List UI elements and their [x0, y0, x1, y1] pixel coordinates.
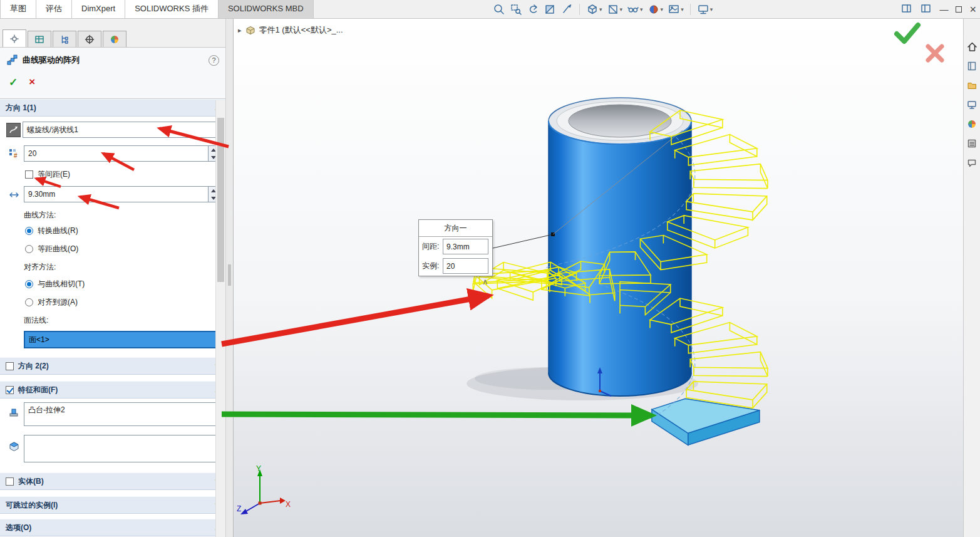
- section-features-faces[interactable]: 特征和面(F) ∧: [0, 381, 225, 399]
- tab-solidworks-addins[interactable]: SOLIDWORKS 插件: [125, 0, 219, 18]
- ok-button[interactable]: ✓: [9, 76, 18, 89]
- section-direction1-label: 方向 1(1): [6, 103, 36, 113]
- propertymanager-tab[interactable]: [3, 29, 26, 47]
- callout-instances-label: 实例:: [419, 261, 442, 271]
- instance-count-field[interactable]: 20: [24, 145, 209, 162]
- close-button[interactable]: ×: [969, 1, 976, 18]
- direction-curve-field[interactable]: 螺旋线/涡状线1: [23, 122, 219, 138]
- transform-curve-label: 转换曲线(R): [38, 226, 78, 236]
- apply-scene-icon[interactable]: ▾: [667, 2, 684, 17]
- view-palette-icon[interactable]: [966, 98, 978, 111]
- faces-listbox[interactable]: [24, 435, 219, 462]
- equal-spacing-label: 等间距(E): [38, 169, 70, 180]
- section-direction2[interactable]: 方向 2(2) ∨: [0, 357, 225, 375]
- callout-collapse-icon[interactable]: ∧: [482, 277, 488, 286]
- appearances-scenes-icon[interactable]: [966, 118, 978, 130]
- pane-right-icon[interactable]: [920, 3, 932, 16]
- tab-solidworks-mbd[interactable]: SOLIDWORKS MBD: [219, 0, 314, 18]
- panel-splitter[interactable]: [225, 19, 234, 537]
- bodies-checkbox[interactable]: [6, 477, 14, 486]
- callout-instances-value[interactable]: 20: [443, 258, 488, 274]
- maximize-button[interactable]: [956, 1, 962, 18]
- callout-title: 方向一: [419, 220, 492, 237]
- tab-sketch[interactable]: 草图: [0, 0, 36, 18]
- section-bodies[interactable]: 实体(B) ∨: [0, 472, 225, 490]
- flyout-tree-arrow-icon[interactable]: ▸: [238, 26, 242, 34]
- section-features-faces-label: 特征和面(F): [18, 385, 58, 395]
- section-view-icon[interactable]: [543, 2, 557, 17]
- feature-item[interactable]: 凸台-拉伸2: [28, 405, 215, 415]
- triad-z-label: Z: [237, 504, 241, 513]
- forum-icon[interactable]: [966, 157, 978, 169]
- splitter-grip[interactable]: [228, 264, 231, 286]
- scrollbar-thumb[interactable]: [217, 118, 224, 282]
- callout-spacing-value[interactable]: 9.3mm: [443, 239, 488, 254]
- breadcrumb-label: 零件1 (默认<<默认>_...: [259, 24, 343, 36]
- featuremanager-tab[interactable]: [28, 31, 51, 47]
- pattern-direction-button[interactable]: [6, 123, 21, 137]
- minimize-button[interactable]: —: [939, 1, 948, 18]
- configurationmanager-tab[interactable]: [53, 31, 76, 47]
- offset-curve-radio[interactable]: [25, 245, 33, 253]
- edit-appearance-icon[interactable]: ▾: [647, 2, 664, 17]
- features-to-pattern-icon: [6, 407, 21, 418]
- svg-text:#: #: [14, 152, 18, 159]
- restore-icon: [956, 6, 962, 13]
- seed-feature-step[interactable]: [652, 399, 760, 445]
- section-options[interactable]: 选项(O) ∧: [0, 519, 225, 536]
- equal-spacing-checkbox[interactable]: [25, 170, 33, 179]
- dropdown-caret-icon: ▾: [640, 6, 643, 13]
- transform-curve-radio[interactable]: [25, 227, 33, 235]
- tab-dimxpert[interactable]: DimXpert: [72, 0, 125, 18]
- view-settings-icon[interactable]: ▾: [696, 2, 714, 17]
- home-icon[interactable]: [966, 40, 978, 53]
- face-normal-field[interactable]: 面<1>: [24, 331, 219, 348]
- pattern-callout[interactable]: 方向一 间距: 9.3mm 实例: 20: [418, 219, 493, 276]
- section-direction1[interactable]: 方向 1(1) ∧: [0, 99, 225, 117]
- pane-left-icon[interactable]: [900, 3, 912, 16]
- section-bodies-label: 实体(B): [18, 476, 44, 487]
- cylinder-model[interactable]: [549, 98, 691, 396]
- features-listbox[interactable]: 凸台-拉伸2: [24, 402, 219, 426]
- cancel-button[interactable]: ×: [29, 76, 35, 88]
- panel-scrollbar[interactable]: [215, 100, 225, 537]
- toolbar-separator: [690, 4, 691, 15]
- custom-properties-icon[interactable]: [966, 137, 978, 150]
- tangent-to-curve-radio[interactable]: [25, 280, 33, 288]
- pm-separator: [0, 91, 225, 99]
- triad-x-label: X: [286, 500, 291, 509]
- dropdown-caret-icon: ▾: [620, 6, 623, 13]
- confirm-ok-icon[interactable]: [897, 25, 918, 41]
- annotation-views-icon[interactable]: [560, 2, 574, 17]
- manager-tab-strip: [0, 28, 225, 48]
- help-button[interactable]: ?: [209, 55, 219, 66]
- toolbar-separator: [579, 4, 580, 15]
- tab-evaluate[interactable]: 评估: [36, 0, 72, 18]
- view-orientation-icon[interactable]: ▾: [585, 2, 603, 17]
- spacing-field[interactable]: 9.30mm: [24, 186, 209, 202]
- design-library-icon[interactable]: [966, 60, 978, 72]
- section-instances-to-skip[interactable]: 可跳过的实例(I) ∨: [0, 496, 225, 514]
- dropdown-caret-icon: ▾: [599, 6, 602, 13]
- align-to-seed-radio[interactable]: [25, 298, 33, 306]
- heads-up-view-toolbar: ▾ ▾ ▾ ▾ ▾ ▾: [492, 0, 713, 19]
- direction2-checkbox[interactable]: [6, 362, 14, 370]
- previous-view-icon[interactable]: [526, 2, 540, 17]
- file-explorer-icon[interactable]: [966, 79, 978, 91]
- dropdown-caret-icon: ▾: [661, 6, 664, 13]
- panel-top-gap: [0, 19, 225, 28]
- features-faces-checkbox[interactable]: [6, 386, 14, 394]
- breadcrumb[interactable]: ▸ 零件1 (默认<<默认>_...: [238, 24, 343, 36]
- callout-spacing-label: 间距:: [419, 241, 442, 252]
- hide-show-items-icon[interactable]: ▾: [626, 2, 644, 17]
- zoom-area-icon[interactable]: [509, 2, 523, 17]
- dimxpertmanager-tab[interactable]: [78, 31, 101, 47]
- displaymanager-tab[interactable]: [103, 31, 126, 47]
- dropdown-caret-icon: ▾: [710, 6, 713, 13]
- display-style-icon[interactable]: ▾: [606, 2, 624, 17]
- zoom-fit-icon[interactable]: [492, 2, 506, 17]
- curve-pattern-icon: [6, 55, 18, 66]
- graphics-viewport[interactable]: Y X Z ▸ 零件1 (默认<<默认>_... 方向一 间距: 9.3mm 实…: [234, 19, 963, 537]
- confirm-cancel-icon[interactable]: [928, 46, 942, 60]
- confirmation-corner: [889, 20, 952, 65]
